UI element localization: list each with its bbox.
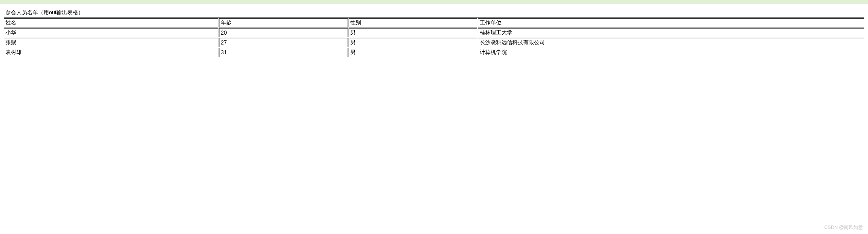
cell-name: 张赐 (4, 38, 218, 47)
table-caption-row: 参会人员名单（用out输出表格） (4, 8, 864, 18)
cell-gender: 男 (349, 28, 477, 37)
cell-age: 20 (219, 28, 348, 37)
attendee-table: 参会人员名单（用out输出表格） 姓名 年龄 性别 工作单位 小华 20 男 桂… (3, 7, 865, 58)
table-caption: 参会人员名单（用out输出表格） (4, 8, 864, 18)
page-content: 参会人员名单（用out输出表格） 姓名 年龄 性别 工作单位 小华 20 男 桂… (0, 4, 868, 61)
table-row: 袁树雄 31 男 计算机学院 (4, 48, 864, 57)
header-name: 姓名 (4, 18, 218, 28)
cell-name: 小华 (4, 28, 218, 37)
cell-org: 桂林理工大学 (478, 28, 864, 37)
cell-org: 计算机学院 (478, 48, 864, 57)
cell-age: 31 (219, 48, 348, 57)
table-row: 小华 20 男 桂林理工大学 (4, 28, 864, 37)
cell-name: 袁树雄 (4, 48, 218, 57)
cell-org: 长沙凌科远信科技有限公司 (478, 38, 864, 47)
browser-top-border (0, 0, 868, 4)
cell-gender: 男 (349, 48, 477, 57)
header-age: 年龄 (219, 18, 348, 28)
cell-age: 27 (219, 38, 348, 47)
header-gender: 性别 (349, 18, 477, 28)
cell-gender: 男 (349, 38, 477, 47)
header-org: 工作单位 (478, 18, 864, 28)
table-header-row: 姓名 年龄 性别 工作单位 (4, 18, 864, 28)
table-row: 张赐 27 男 长沙凌科远信科技有限公司 (4, 38, 864, 47)
